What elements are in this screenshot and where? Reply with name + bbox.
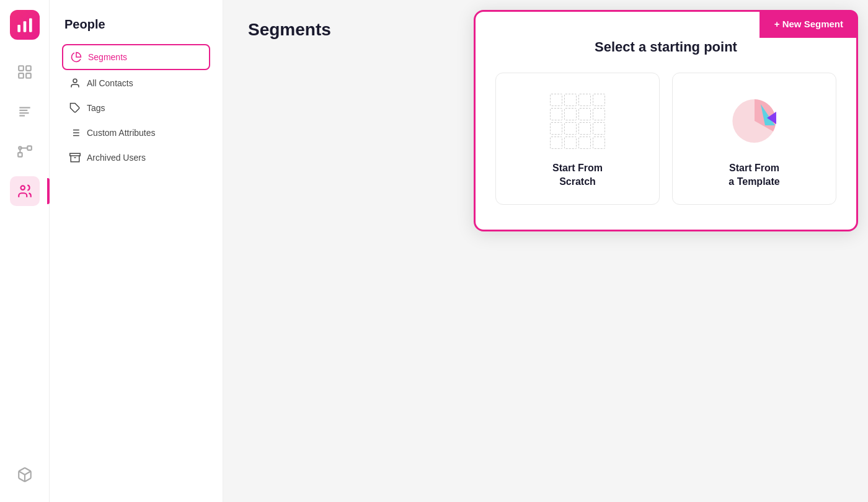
svg-rect-12 xyxy=(27,146,32,150)
svg-point-16 xyxy=(20,186,25,190)
template-icon xyxy=(727,93,782,149)
sidebar-item-segments[interactable]: Segments xyxy=(62,44,210,70)
icon-sidebar xyxy=(0,0,50,502)
secondary-sidebar: People Segments All Contacts Tags xyxy=(50,0,223,502)
sidebar-item-tags[interactable]: Tags xyxy=(62,96,210,120)
sidebar-title: People xyxy=(62,17,210,32)
main-content: Segments + New Segment Select a starting… xyxy=(223,0,868,502)
nav-reports-icon[interactable] xyxy=(10,97,40,127)
sidebar-nav: Segments All Contacts Tags xyxy=(62,44,210,169)
segments-nav-icon xyxy=(71,52,82,63)
nav-flow-icon[interactable] xyxy=(10,137,40,166)
scratch-icon xyxy=(550,93,606,149)
scratch-card-label: Start From Scratch xyxy=(552,161,603,189)
svg-rect-3 xyxy=(19,66,24,71)
sidebar-item-custom-attributes[interactable]: Custom Attributes xyxy=(62,121,210,145)
starting-point-cards: Start From Scratch xyxy=(495,73,836,205)
sidebar-item-all-contacts[interactable]: All Contacts xyxy=(62,71,210,95)
svg-rect-4 xyxy=(26,66,31,71)
svg-rect-11 xyxy=(18,153,22,157)
nav-people-icon[interactable] xyxy=(10,176,40,206)
new-segment-popup: + New Segment Select a starting point xyxy=(474,10,858,231)
svg-rect-2 xyxy=(29,19,32,32)
svg-rect-6 xyxy=(26,73,31,78)
svg-rect-26 xyxy=(70,153,81,156)
sidebar-item-archived-users[interactable]: Archived Users xyxy=(62,146,210,169)
start-from-template-card[interactable]: Start From a Template xyxy=(672,73,836,205)
nav-package-icon[interactable] xyxy=(10,460,40,490)
svg-rect-1 xyxy=(23,21,26,32)
contacts-nav-icon xyxy=(69,78,81,89)
start-from-scratch-card[interactable]: Start From Scratch xyxy=(495,73,660,205)
popup-header: Select a starting point xyxy=(495,39,836,55)
tags-nav-icon xyxy=(69,102,81,114)
nav-analytics-icon[interactable] xyxy=(10,57,40,87)
archived-users-nav-icon xyxy=(69,152,81,163)
svg-point-18 xyxy=(73,79,77,83)
svg-rect-5 xyxy=(19,73,24,78)
new-segment-button[interactable]: + New Segment xyxy=(760,10,858,38)
custom-attributes-nav-icon xyxy=(69,127,81,138)
svg-rect-0 xyxy=(17,25,20,32)
template-card-label: Start From a Template xyxy=(728,161,779,189)
app-logo[interactable] xyxy=(10,10,40,40)
